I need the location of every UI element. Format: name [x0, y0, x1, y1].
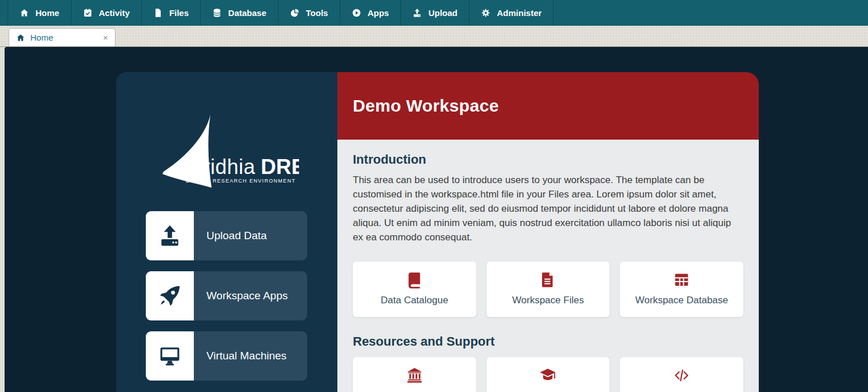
- nav-item-label: Files: [169, 8, 189, 18]
- intro-paragraph: This area can be used to introduce users…: [353, 173, 743, 244]
- resources-heading: Resources and Support: [353, 334, 743, 349]
- tab-label: Home: [30, 33, 53, 42]
- nav-item-activity[interactable]: Activity: [71, 0, 142, 26]
- file-icon: [153, 8, 163, 18]
- sidebar-button-upload-data[interactable]: Upload Data: [146, 211, 307, 260]
- nav-item-label: Tools: [306, 8, 328, 18]
- workspace-main-panel: Demo Workspace Introduction This area ca…: [337, 72, 759, 392]
- workspace-sidebar: aridhia DRE DIGITAL RESEARCH ENVIRONMENT…: [116, 72, 337, 392]
- card-shinyapps[interactable]: ShinyApps: [620, 357, 743, 392]
- logo-tagline-text: DIGITAL RESEARCH ENVIRONMENT: [186, 178, 296, 184]
- gear-icon: [481, 8, 491, 18]
- top-navbar: Home Activity Files Database Tools Apps …: [0, 0, 868, 26]
- sidebar-button-label: Upload Data: [194, 211, 307, 260]
- book-icon: [406, 271, 423, 288]
- logo-brand-text: aridhia: [192, 155, 256, 179]
- nav-item-label: Apps: [368, 8, 389, 18]
- sidebar-button-virtual-machines[interactable]: Virtual Machines: [146, 331, 307, 381]
- workspace-content: Introduction This area can be used to in…: [337, 140, 759, 392]
- nav-item-upload[interactable]: Upload: [401, 0, 469, 26]
- card-data-catalogue[interactable]: Data Catalogue: [353, 262, 476, 317]
- card-label: Workspace Database: [624, 295, 739, 306]
- tab-home[interactable]: Home ×: [9, 28, 116, 46]
- monitor-icon: [146, 331, 194, 381]
- nav-item-database[interactable]: Database: [201, 0, 278, 26]
- card-workspace-files[interactable]: Workspace Files: [487, 262, 610, 317]
- intro-heading: Introduction: [353, 152, 743, 167]
- nav-item-apps[interactable]: Apps: [340, 0, 401, 26]
- sidebar-button-group: Upload Data Workspace Apps Virtual Machi…: [146, 211, 307, 381]
- tab-bar: Home ×: [0, 26, 868, 47]
- sidebar-button-label: Workspace Apps: [194, 271, 307, 320]
- table-icon: [673, 271, 690, 288]
- home-icon: [16, 33, 25, 42]
- play-circle-icon: [352, 8, 361, 18]
- card-knowledge-base[interactable]: Knowledge Base: [487, 357, 610, 392]
- card-label: Data Catalogue: [357, 295, 472, 306]
- card-learning-centre[interactable]: Learning Centre: [353, 357, 476, 392]
- nav-item-home[interactable]: Home: [7, 0, 71, 26]
- resources-card-grid: Learning Centre Knowledge Base ShinyApps: [353, 357, 743, 392]
- code-icon: [673, 367, 690, 384]
- nav-item-label: Home: [35, 8, 59, 18]
- nav-item-administer[interactable]: Administer: [469, 0, 554, 26]
- file-lines-icon: [539, 271, 556, 288]
- logo-brand-suffix-text: DRE: [261, 155, 299, 179]
- nav-item-tools[interactable]: Tools: [278, 0, 340, 26]
- card-workspace-database[interactable]: Workspace Database: [620, 262, 743, 317]
- home-icon: [19, 8, 29, 18]
- upload-icon: [146, 211, 194, 260]
- primary-card-grid: Data Catalogue Workspace Files Workspace…: [353, 262, 743, 317]
- nav-item-label: Activity: [99, 8, 130, 18]
- nav-item-label: Administer: [497, 8, 541, 18]
- nav-item-label: Upload: [428, 8, 457, 18]
- chart-pie-icon: [290, 8, 300, 18]
- upload-icon: [412, 8, 422, 18]
- aridhia-dre-logo: aridhia DRE DIGITAL RESEARCH ENVIRONMENT: [155, 114, 299, 189]
- close-icon[interactable]: ×: [103, 33, 108, 42]
- sidebar-button-label: Virtual Machines: [194, 331, 307, 381]
- workspace-stage: aridhia DRE DIGITAL RESEARCH ENVIRONMENT…: [5, 47, 868, 392]
- sidebar-button-workspace-apps[interactable]: Workspace Apps: [146, 271, 307, 320]
- bank-icon: [406, 367, 423, 384]
- page-title: Demo Workspace: [353, 96, 499, 116]
- graduation-cap-icon: [539, 367, 556, 384]
- database-icon: [212, 8, 222, 18]
- card-label: Workspace Files: [491, 295, 606, 306]
- nav-item-label: Database: [228, 8, 266, 18]
- rocket-icon: [146, 271, 194, 320]
- workspace-header: Demo Workspace: [337, 72, 759, 140]
- nav-item-files[interactable]: Files: [142, 0, 201, 26]
- calendar-check-icon: [83, 8, 93, 18]
